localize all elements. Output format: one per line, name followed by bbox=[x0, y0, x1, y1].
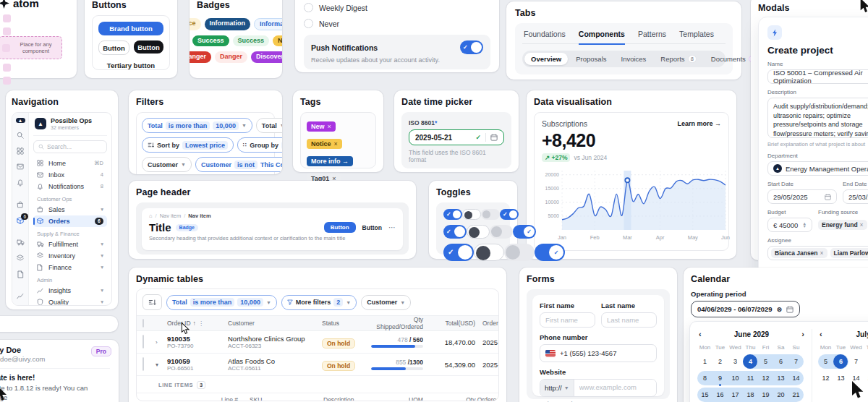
calendar-day[interactable]: 8 bbox=[864, 354, 868, 369]
website-input[interactable] bbox=[574, 380, 656, 395]
component-dropzone[interactable]: Place for any component bbox=[0, 36, 62, 59]
description-textarea[interactable]: Audit supply/distribution/demand; ultras… bbox=[767, 98, 868, 138]
document-icon[interactable] bbox=[17, 270, 24, 278]
calendar-icon[interactable] bbox=[490, 134, 498, 141]
radio-never[interactable] bbox=[304, 19, 313, 28]
secondary-button[interactable]: Button bbox=[362, 224, 382, 231]
calendar-day[interactable]: 21 bbox=[788, 388, 804, 402]
scheme-select[interactable]: http://▼ bbox=[540, 380, 574, 396]
primary-button[interactable]: Button bbox=[324, 222, 356, 233]
bag-icon[interactable] bbox=[17, 201, 24, 208]
column-customer[interactable]: Customer bbox=[228, 320, 322, 327]
remove-icon[interactable]: × bbox=[334, 140, 338, 147]
segment-proposals[interactable]: Proposals bbox=[569, 53, 613, 65]
calendar-day[interactable]: 7 bbox=[848, 354, 864, 369]
nav-item-inventory[interactable]: Inventory▾ bbox=[33, 250, 107, 262]
calendar-day[interactable]: 6 bbox=[833, 354, 848, 369]
customer-pill[interactable]: Customer▼ bbox=[361, 295, 411, 310]
remove-icon[interactable]: × bbox=[820, 249, 824, 257]
column-total[interactable]: Total(USD) bbox=[430, 320, 482, 327]
table-row[interactable]: › 910035PO-73790 Northshore Clinics Grou… bbox=[137, 331, 499, 354]
next-month-icon[interactable]: › bbox=[801, 330, 804, 338]
calendar-day[interactable]: 14 bbox=[788, 371, 804, 385]
toggle-on-medium-alt[interactable]: ✓ bbox=[513, 225, 536, 239]
date-range-input[interactable]: 04/06/2029 - 06/07/2029 ⊗ bbox=[691, 301, 800, 317]
more-filters-pill[interactable]: More filters2▼ bbox=[281, 295, 357, 310]
calendar-day[interactable]: 13 bbox=[833, 371, 848, 385]
secondary-button[interactable]: Button bbox=[98, 40, 129, 55]
calendar-day[interactable]: 7 bbox=[788, 354, 804, 369]
calendar-day[interactable]: 19 bbox=[758, 388, 773, 402]
layers-icon[interactable] bbox=[17, 255, 24, 262]
tag-notice[interactable]: Notice× bbox=[307, 139, 342, 149]
column-order-id[interactable]: Order ID↑⋮ bbox=[167, 320, 228, 327]
search-icon[interactable] bbox=[17, 132, 24, 139]
assignee-input[interactable]: Bianca Jansen× Liam Parlow× bbox=[767, 246, 868, 260]
filter-pill-total-condition[interactable]: Totalis more than10,000▼ bbox=[142, 118, 252, 133]
budget-stepper[interactable]: € 45000 ▲▼ bbox=[767, 218, 812, 232]
chart-icon[interactable] bbox=[17, 293, 24, 299]
clear-icon[interactable]: ⊗ bbox=[777, 306, 783, 313]
column-menu-icon[interactable]: ⋮ bbox=[198, 320, 205, 327]
tertiary-button[interactable]: Tertiary button bbox=[98, 61, 163, 69]
remove-icon[interactable]: × bbox=[328, 123, 331, 130]
toggle-off-small[interactable] bbox=[462, 209, 481, 220]
filter-pill-total[interactable]: Total▼ bbox=[256, 118, 282, 133]
name-input[interactable]: ISO 50001 – Compressed Air Optimization bbox=[767, 69, 868, 84]
calendar-day[interactable]: 10 bbox=[728, 371, 743, 385]
stepper-arrows-icon[interactable]: ▲▼ bbox=[803, 222, 807, 228]
brand-button[interactable]: Brand button bbox=[98, 22, 163, 35]
nav-item-sales[interactable]: Sales▾ bbox=[33, 204, 107, 215]
calendar-day[interactable]: 6 bbox=[773, 354, 788, 369]
tab-patterns[interactable]: Patterns bbox=[638, 30, 666, 43]
toggle-off-large[interactable] bbox=[474, 244, 504, 261]
collapse-row-icon[interactable]: ▾ bbox=[156, 362, 167, 368]
column-status[interactable]: Status bbox=[322, 320, 371, 327]
calendar-day[interactable]: 18 bbox=[743, 388, 758, 402]
calendar-day[interactable]: 4 bbox=[743, 354, 758, 369]
column-qty[interactable]: Qty Shipped/Ordered bbox=[371, 316, 430, 330]
nav-item-home[interactable]: Home⌘D bbox=[33, 158, 107, 169]
nav-item-inbox[interactable]: Inbox4 bbox=[33, 169, 107, 181]
segment-reports[interactable]: Reports8 bbox=[654, 53, 702, 65]
org-logo[interactable]: ▲ bbox=[16, 118, 25, 123]
more-options-icon[interactable]: ⋯ bbox=[388, 223, 396, 231]
calendar-day[interactable]: 8 bbox=[697, 371, 712, 385]
calendar-day[interactable]: 5 bbox=[758, 354, 773, 369]
tab-templates[interactable]: Templates bbox=[679, 30, 714, 43]
sort-rows-button[interactable] bbox=[142, 294, 162, 310]
calendar-day[interactable]: 17 bbox=[728, 388, 743, 402]
toggle-on-medium[interactable]: ✓ bbox=[443, 225, 467, 239]
funding-chip[interactable]: Energy fund× bbox=[818, 220, 867, 230]
nav-item-notifications[interactable]: Notifications8 bbox=[33, 181, 107, 192]
home-icon[interactable] bbox=[17, 147, 24, 155]
tab-components[interactable]: Components bbox=[579, 30, 625, 43]
filter-pill-total-condition[interactable]: Totalis more than10,000▼ bbox=[166, 295, 277, 310]
department-select[interactable]: ▲ Energy Management Operations bbox=[767, 161, 868, 176]
row-checkbox[interactable] bbox=[142, 357, 144, 371]
calendar-day[interactable]: 20 bbox=[773, 388, 788, 402]
calendar-day[interactable]: 12 bbox=[818, 371, 833, 385]
select-all-checkbox[interactable] bbox=[142, 319, 144, 328]
nav-item-fulfillment[interactable]: Fulfillment▾ bbox=[33, 239, 107, 250]
calendar-icon[interactable] bbox=[786, 306, 793, 313]
calendar-day[interactable]: 3 bbox=[728, 354, 743, 369]
learn-more-link[interactable]: Learn more → bbox=[677, 120, 721, 127]
expand-row-icon[interactable]: › bbox=[156, 339, 167, 346]
nav-search-input[interactable]: Search... bbox=[33, 140, 107, 153]
tag-more-info[interactable]: More info → bbox=[307, 156, 353, 166]
nav-item-orders[interactable]: Orders6 bbox=[33, 215, 107, 227]
remove-icon[interactable]: × bbox=[860, 221, 864, 228]
nav-item-insights[interactable]: Insights▾ bbox=[33, 285, 107, 296]
dark-button[interactable]: Button bbox=[134, 40, 163, 54]
calendar-day[interactable]: 2 bbox=[712, 354, 728, 369]
toggle-on-small-alt[interactable]: ✓ bbox=[500, 209, 519, 220]
first-name-input[interactable] bbox=[540, 312, 595, 328]
calendar-day[interactable]: 15 bbox=[697, 388, 712, 402]
toggle-on-small[interactable]: ✓ bbox=[443, 209, 462, 220]
radio-weekly-digest[interactable] bbox=[304, 3, 313, 12]
phone-input[interactable]: +1 (555) 123-4567 bbox=[540, 344, 657, 362]
calendar-day[interactable]: 13 bbox=[773, 371, 788, 385]
segment-overview[interactable]: Overview bbox=[524, 53, 568, 65]
segment-invoices[interactable]: Invoices bbox=[615, 53, 653, 65]
